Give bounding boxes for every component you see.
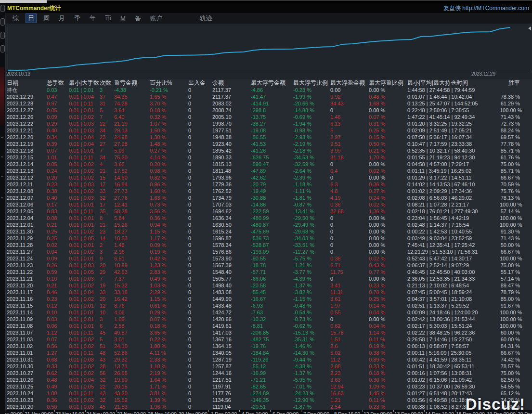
table-row[interactable]: 2023.12.280.970.01 | 0.113174.283.70 %02… <box>5 100 532 107</box>
column-header[interactable]: 最大浮盈比例 <box>368 79 406 87</box>
cell: 1977.51 <box>211 127 250 134</box>
column-header[interactable]: 最大浮亏金额 <box>250 79 292 87</box>
menu-item-币[interactable]: 币 <box>103 13 114 23</box>
table-row[interactable]: 2023.11.150.120.01 | 0.01128.760.61 %014… <box>5 302 532 309</box>
table-row[interactable]: 2023.12.120.200.01 | 0.021514.600.82 %01… <box>5 174 532 181</box>
cell: 1.51 <box>329 336 368 343</box>
column-header[interactable]: 总手数 <box>46 79 68 87</box>
table-row[interactable]: 2023.11.210.100.01 | 0.0377.370.49 %0150… <box>5 275 532 282</box>
table-row[interactable]: 2023.10.310.680.01 | 0.084329.322.33 %01… <box>5 356 532 363</box>
table-row[interactable]: 2023.12.151.010.01 | 0.113475.204.14 %01… <box>5 154 532 161</box>
menu-item-月[interactable]: 月 <box>56 13 67 23</box>
table-row[interactable]: 2023.11.020.560.01 | 0.025124.101.80 %01… <box>5 343 532 349</box>
table-row[interactable]: 2023.12.010.210.01 | 0.012115.260.94 %01… <box>5 221 532 228</box>
table-row[interactable]: 2023.11.270.040.01 | 0.0232.960.19 %0157… <box>5 248 532 255</box>
table-row[interactable]: 2023.11.140.100.01 | 0.01104.060.29 %014… <box>5 309 532 316</box>
table-row[interactable]: 2023.11.200.210.01 | 0.021915.321.03 %01… <box>5 282 532 289</box>
table-row[interactable]: 2023.11.011.270.01 | 0.114852.864.11 %01… <box>5 349 532 356</box>
table-row-holding[interactable]: 持仓0.030.01 | 0.013-4.38-0.21 %02117.37-4… <box>5 87 532 93</box>
column-header[interactable]: 最大浮亏比例 <box>292 79 329 87</box>
cell: 0.48 <box>46 376 68 383</box>
column-header[interactable]: 最大浮盈金额 <box>329 79 368 87</box>
table-row[interactable]: 2023.10.250.490.01 | 0.052220.151.71 %01… <box>5 383 532 390</box>
table-row[interactable]: 2023.11.220.590.01 | 0.052942.632.83 %01… <box>5 269 532 275</box>
table-row[interactable]: 2023.11.071.120.01 | 0.114549.873.65 %01… <box>5 329 532 336</box>
column-header[interactable]: 最小|大手数 <box>68 79 99 87</box>
table-row[interactable]: 2023.12.200.340.01 | 0.042324.981.30 %01… <box>5 134 532 141</box>
table-row[interactable]: 2023.11.030.070.01 | 0.0253.010.22 %0136… <box>5 336 532 343</box>
menu-item-综[interactable]: 综 <box>10 13 21 23</box>
menu-item-周[interactable]: 周 <box>41 13 52 23</box>
cell: 1.63 % <box>149 194 187 201</box>
table-row[interactable]: 2023.11.160.230.01 | 0.022016.421.15 %01… <box>5 296 532 302</box>
cell: -13.41 % <box>292 208 329 215</box>
background-button <box>0 32 5 39</box>
cell: 7 <box>99 147 113 154</box>
column-header[interactable]: 百分比% <box>149 79 187 87</box>
chart-scroll-marker[interactable] <box>528 26 531 30</box>
table-row[interactable]: 2023.12.190.390.01 | 0.042727.981.48 %01… <box>5 141 532 147</box>
table-row[interactable]: 2023.12.050.830.01 | 0.113558.283.56 %01… <box>5 208 532 215</box>
menu-item-年[interactable]: 年 <box>87 13 98 23</box>
menu-item-轨迹[interactable]: 轨迹 <box>197 13 215 23</box>
cell: 2.83 % <box>149 269 187 275</box>
axis-tick-label: 23 Nov 16:00 <box>54 412 85 414</box>
cell: -9.44 % <box>292 356 329 363</box>
table-row[interactable]: 2023.11.240.090.01 | 0.0196.510.42 %0157… <box>5 255 532 262</box>
table-row[interactable]: 2023.11.280.020.01 | 0.0121.480.09 %0157… <box>5 242 532 248</box>
cell: 0 <box>329 316 368 323</box>
cell: -1.37 % <box>292 282 329 289</box>
menu-item-账户[interactable]: 账户 <box>148 13 165 23</box>
column-header[interactable]: 最小|平均|最大持仓时间 <box>406 79 499 87</box>
table-row[interactable]: 2023.12.220.290.01 | 0.032221.191.07 %01… <box>5 120 532 127</box>
column-header[interactable]: 次数 <box>99 79 113 87</box>
cell: 0.09 <box>46 114 68 120</box>
table-row[interactable]: 2023.12.260.090.01 | 0.0276.400.32 %0200… <box>5 114 532 120</box>
table-row[interactable]: 2023.12.180.070.01 | 0.0175.090.27 %0189… <box>5 147 532 154</box>
table-row[interactable]: 2023.12.140.050.01 | 0.0243.650.20 %0181… <box>5 161 532 168</box>
table-row[interactable]: 2023.10.260.480.01 | 0.043219.601.64 %01… <box>5 376 532 383</box>
table-row[interactable]: 2023.11.170.460.01 | 0.043333.182.29 %01… <box>5 289 532 296</box>
table-row[interactable]: 2023.12.130.240.01 | 0.022117.520.98 %01… <box>5 168 532 174</box>
table-row[interactable]: 2023.12.290.470.01 | 0.043734.351.65 %02… <box>5 93 532 100</box>
table-row[interactable]: 2023.10.241.000.01 | 0.114343.203.81 %01… <box>5 390 532 397</box>
table-row[interactable]: 2023.12.110.230.01 | 0.031716.840.96 %01… <box>5 181 532 188</box>
table-row[interactable]: 2023.11.090.030.01 | 0.0131.050.07 %0142… <box>5 316 532 323</box>
table-row[interactable]: 2023.12.040.080.01 | 0.0185.840.36 %0163… <box>5 215 532 221</box>
table-row[interactable]: 2023.10.200.500.01 | 0.034521.531.96 %01… <box>5 403 532 410</box>
title-bar[interactable]: MTCommander统计 复盘侠 http://MTCommander.com <box>5 3 532 13</box>
menu-item-M[interactable]: M <box>118 14 128 23</box>
cell: 0.98 % <box>149 168 187 174</box>
cell: 0 <box>187 120 211 127</box>
cell: 1.71 % <box>149 383 187 390</box>
brand-link[interactable]: 复盘侠 http://MTCommander.com <box>443 4 529 13</box>
cell: -90.55 <box>250 255 292 262</box>
column-header[interactable]: 盈亏金额 <box>113 79 149 87</box>
column-header[interactable]: 日期 <box>5 79 46 87</box>
table-row[interactable]: 2023.12.210.400.01 | 0.033429.131.50 %01… <box>5 127 532 134</box>
menu-item-备[interactable]: 备 <box>132 13 143 23</box>
cell: 0.01 | 0.01 <box>68 316 99 323</box>
cell: 1923.40 <box>211 141 250 147</box>
cell: 0.4 <box>329 168 368 174</box>
table-row[interactable]: 2023.10.300.330.01 | 0.022813.711.10 %01… <box>5 363 532 370</box>
menu-item-日[interactable]: 日 <box>26 13 37 23</box>
column-header[interactable]: 胜率 <box>499 79 532 87</box>
table-row[interactable]: 2023.11.080.060.01 | 0.0162.580.18 %0141… <box>5 323 532 329</box>
table-row[interactable]: 2023.11.290.250.01 | 0.051418.531.17 %01… <box>5 235 532 242</box>
menu-item-季[interactable]: 季 <box>72 13 83 23</box>
table-row[interactable]: 2023.12.270.050.01 | 0.0153.640.18 %0200… <box>5 107 532 114</box>
table-row[interactable]: 2023.10.230.360.01 | 0.023215.521.39 %01… <box>5 397 532 403</box>
cell: 91.67 % <box>499 302 532 309</box>
table-row[interactable]: 2023.11.300.250.01 | 0.022318.371.15 %01… <box>5 228 532 235</box>
table-row[interactable]: 2023.12.080.380.01 | 0.023327.731.60 %01… <box>5 188 532 194</box>
column-header[interactable]: 出入金 <box>187 79 211 87</box>
cell: 0.01 | 0.01 <box>68 147 99 154</box>
table-row[interactable]: 2023.12.060.170.01 | 0.011712.410.73 %01… <box>5 201 532 208</box>
table-row[interactable]: 2023.11.230.260.01 | 0.032018.991.23 %01… <box>5 262 532 269</box>
table-row[interactable]: 2023.10.270.620.01 | 0.025626.652.19 %01… <box>5 370 532 376</box>
cell: -41.26 <box>250 147 292 154</box>
cell: 0.00 % <box>368 174 406 181</box>
column-header[interactable]: 余额 <box>211 79 250 87</box>
table-row[interactable]: 2023.12.070.400.01 | 0.033227.761.63 %01… <box>5 194 532 201</box>
